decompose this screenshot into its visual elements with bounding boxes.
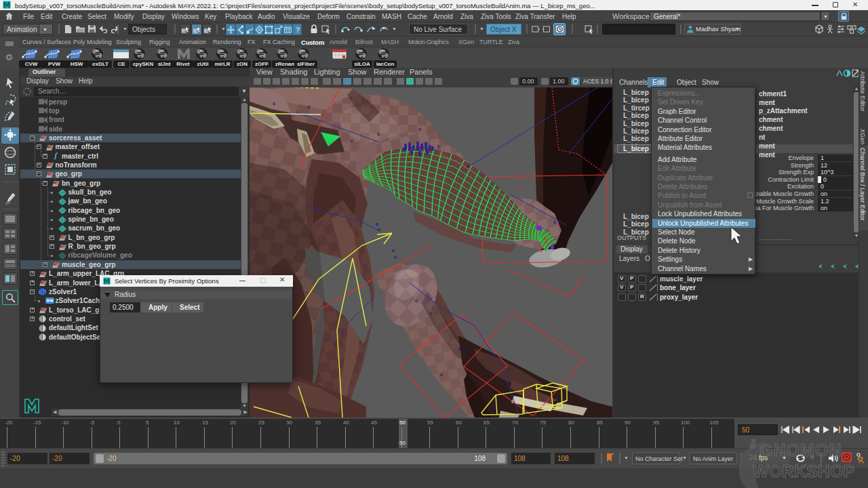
svg-text:c: c [378,226,381,232]
svg-text:c: c [553,219,557,225]
svg-text:c: c [392,247,395,253]
svg-text:c: c [467,163,470,169]
svg-text:?: ? [296,26,300,34]
svg-text:c: c [351,138,354,144]
svg-text:0.00: 0.00 [522,78,534,85]
svg-text:c: c [377,131,380,137]
svg-text:c: c [437,143,441,149]
svg-text:c: c [493,402,496,408]
svg-text:c: c [473,374,476,380]
svg-text:c: c [273,100,276,106]
svg-text:c: c [394,254,397,260]
svg-text:c: c [440,371,443,378]
svg-text:c: c [418,126,422,132]
svg-text:c: c [458,346,462,352]
svg-text:ACES 1.0 SDR+: ACES 1.0 SDR+ [583,78,612,85]
svg-text:1.00: 1.00 [553,78,565,85]
svg-text:c: c [307,104,311,110]
svg-text:c: c [415,298,418,304]
svg-text:c: c [429,310,433,317]
svg-text:c: c [463,348,467,354]
